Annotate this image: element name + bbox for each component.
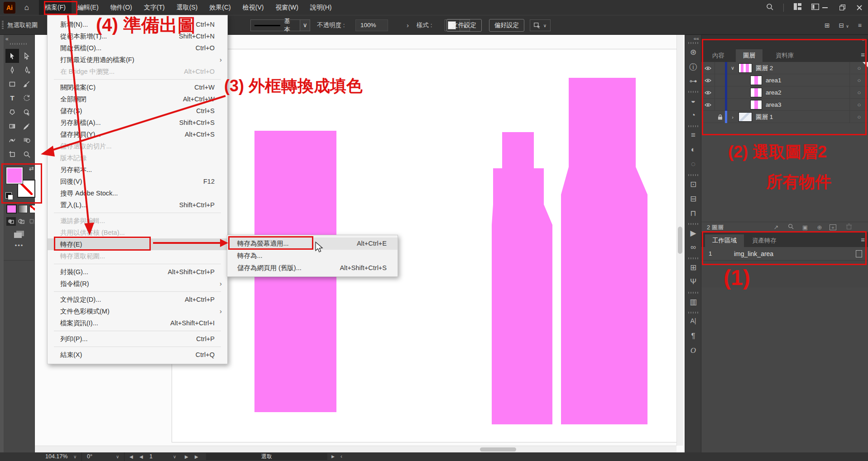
curvature-tool[interactable] — [20, 63, 34, 77]
fill-color-swatch[interactable] — [6, 167, 23, 184]
menu-item-save-a-copy[interactable]: 儲存拷貝(Y)...Alt+Ctrl+S — [48, 128, 227, 140]
menu-file[interactable]: 檔案(F) — [39, 0, 72, 15]
artboard-dropdown-icon[interactable]: ∨ — [173, 452, 176, 461]
menu-item-print[interactable]: 列印(P)...Ctrl+P — [48, 333, 227, 345]
object-name[interactable]: area3 — [766, 99, 782, 111]
menu-object[interactable]: 物件(O) — [105, 0, 138, 15]
current-artboard-value[interactable]: 1 — [149, 452, 153, 461]
chevron-down-icon[interactable]: ∨ — [300, 20, 310, 31]
restore-button[interactable] — [834, 0, 851, 15]
screen-mode-icon[interactable] — [14, 230, 24, 240]
layer-thumbnail[interactable] — [739, 63, 752, 73]
horizontal-scrollbar[interactable] — [35, 446, 676, 452]
menu-item-new[interactable]: 新增(N)...Ctrl+N — [48, 19, 227, 30]
swap-fill-stroke-icon[interactable]: ⇄ — [29, 165, 34, 172]
menu-item-revert[interactable]: 回復(V)F12 — [48, 176, 227, 187]
rotate-view-tool[interactable] — [20, 105, 34, 119]
menu-item-place[interactable]: 置入(L)...Shift+Ctrl+P — [48, 199, 227, 211]
clipping-mask-icon[interactable]: ▣ — [801, 222, 810, 233]
menu-item-package[interactable]: 封裝(G)...Alt+Shift+Ctrl+P — [48, 266, 227, 278]
stroke-style-dropdown[interactable]: 基本 ∨ — [250, 19, 310, 31]
rotate-tool[interactable] — [20, 91, 34, 105]
align-icon[interactable]: ⊟ — [685, 194, 701, 204]
properties-icon[interactable]: ⊛ — [685, 48, 701, 57]
target-circle-icon[interactable]: ○ — [849, 74, 868, 86]
menu-item-file-info[interactable]: 檔案資訊(I)...Alt+Shift+Ctrl+I — [48, 317, 227, 329]
links-icon[interactable]: ∞ — [685, 243, 701, 252]
vertical-scrollbar[interactable] — [676, 35, 683, 446]
strip-grip[interactable] — [688, 257, 698, 259]
tab-asset-export[interactable]: 資產轉存 — [745, 234, 784, 247]
menu-item-exit[interactable]: 結束(X)Ctrl+Q — [48, 349, 227, 361]
minimize-button[interactable] — [816, 0, 834, 15]
grid-icon[interactable]: ⊞ — [825, 22, 830, 29]
opacity-options-icon[interactable]: › — [407, 15, 409, 35]
select-similar-dropdown[interactable]: ∨ — [530, 19, 551, 31]
shape-builder-tool[interactable] — [20, 133, 34, 147]
object-thumbnail[interactable] — [750, 100, 762, 109]
control-bar-grip[interactable] — [2, 21, 4, 30]
tab-properties[interactable]: 內容 — [705, 49, 732, 62]
menu-item-close[interactable]: 關閉檔案(C)Ctrl+W — [48, 81, 227, 93]
panel-menu-icon[interactable]: ≡ — [861, 236, 865, 243]
toolbar-grip[interactable] — [10, 43, 28, 45]
draw-normal-button[interactable] — [6, 217, 16, 226]
layer-row-area1[interactable]: area1 ○ — [701, 74, 868, 86]
menu-item-document-color-mode[interactable]: 文件色彩模式(M)› — [48, 305, 227, 317]
object-thumbnail[interactable] — [750, 88, 762, 97]
artboard-row[interactable]: 1 img_link_area — [701, 247, 868, 261]
object-thumbnail[interactable] — [750, 76, 762, 85]
shape-area2[interactable] — [492, 132, 552, 424]
artboards-icon[interactable]: ⊞ — [685, 263, 701, 272]
layer-row-layer2[interactable]: ∨ 圖層 2 ○ — [701, 62, 868, 74]
object-name[interactable]: area2 — [766, 86, 782, 99]
color-guide-icon[interactable]: ◔ — [685, 111, 701, 120]
chevron-down-icon[interactable]: ∨ — [729, 62, 737, 74]
tab-artboards[interactable]: 工作區域 — [705, 234, 744, 247]
paragraph-icon[interactable]: ¶ — [685, 332, 701, 341]
strip-grip[interactable] — [688, 91, 698, 93]
collapse-panels-icon[interactable]: «« — [694, 36, 699, 41]
artboard-tool[interactable] — [5, 147, 19, 161]
transform-icon[interactable]: ⊡ — [685, 180, 701, 189]
menu-window[interactable]: 視窗(W) — [269, 0, 304, 15]
layer-row-area3[interactable]: area3 ○ — [701, 99, 868, 111]
last-artboard-icon[interactable]: ▶ — [195, 452, 198, 461]
opentype-icon[interactable]: O — [685, 346, 701, 355]
selection-tool[interactable] — [5, 49, 19, 63]
strip-grip[interactable] — [688, 42, 698, 44]
artboard-name[interactable]: img_link_area — [734, 247, 773, 261]
workspace-switcher-icon[interactable] — [794, 3, 801, 12]
visibility-eye-icon[interactable] — [701, 99, 715, 111]
eyedropper-tool[interactable] — [20, 119, 34, 133]
strip-grip[interactable] — [688, 223, 698, 225]
menu-help[interactable]: 說明(H) — [304, 0, 337, 15]
menu-item-export[interactable]: 轉存(E)› — [48, 238, 227, 250]
status-splitter-icon[interactable]: ‹ — [340, 452, 342, 461]
menu-item-save[interactable]: 儲存(S)Ctrl+S — [48, 105, 227, 117]
menu-item-document-setup[interactable]: 文件設定(D)...Alt+Ctrl+P — [48, 294, 227, 305]
strip-grip[interactable] — [688, 174, 698, 176]
menu-edit[interactable]: 編輯(E) — [72, 0, 105, 15]
gradient-mode-button[interactable] — [18, 205, 28, 213]
zoom-dropdown-icon[interactable]: ∨ — [73, 452, 77, 461]
rectangle-tool[interactable] — [5, 77, 19, 91]
search-icon[interactable] — [766, 3, 773, 12]
visibility-eye-icon[interactable] — [701, 74, 715, 86]
layer-row-area2[interactable]: area2 ○ — [701, 86, 868, 99]
stroke-icon[interactable]: ≡ — [685, 131, 701, 140]
actions-play-icon[interactable]: ▶ — [685, 228, 701, 238]
menu-item-close-all[interactable]: 全部關閉Alt+Ctrl+W — [48, 93, 227, 105]
tab-libraries[interactable]: 資料庫 — [768, 49, 801, 62]
collect-for-export-icon[interactable]: ↗ — [772, 222, 781, 233]
document-setup-button[interactable]: 文件設定 — [446, 19, 482, 32]
collapse-toolbar-icon[interactable]: « — [5, 36, 9, 42]
menu-item-search-adobe-stock[interactable]: 搜尋 Adobe Stock... — [48, 187, 227, 199]
type-tool[interactable]: T — [5, 91, 19, 105]
new-sublayer-icon[interactable]: ⊕ — [815, 222, 824, 233]
status-play-icon[interactable]: ▶ — [331, 452, 335, 461]
align-panel-icon[interactable]: ⊟ ∨ — [839, 22, 849, 29]
menu-item-export-for-screens[interactable]: 轉存為螢幕適用...Alt+Ctrl+E — [227, 238, 398, 250]
opacity-input[interactable]: 100% — [355, 19, 388, 31]
zoom-level-value[interactable]: 104.17% — [45, 452, 67, 461]
